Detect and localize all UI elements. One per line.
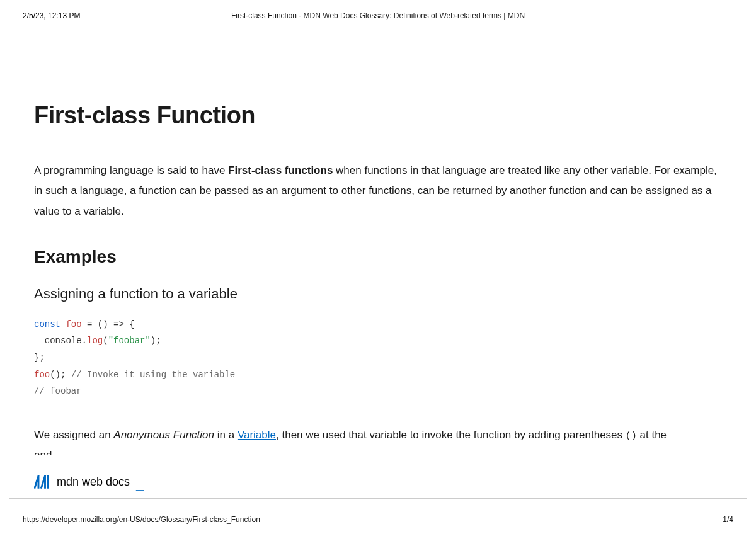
code-comment: // foobar	[34, 386, 82, 396]
body-text-span: , then we used that variable to invoke t…	[276, 429, 626, 441]
code-punct: };	[34, 353, 45, 363]
brand-text: mdn web docs	[57, 475, 130, 489]
print-footer: https://developer.mozilla.org/en-US/docs…	[23, 515, 733, 524]
print-title: First-class Function - MDN Web Docs Glos…	[231, 11, 525, 20]
body-text-span: in a	[214, 429, 238, 441]
body-italic-term: Anonymous Function	[113, 429, 214, 441]
mdn-brand: mdn web docs _	[34, 455, 144, 490]
code-string: "foobar"	[108, 336, 151, 346]
print-datetime: 2/5/23, 12:13 PM	[23, 11, 80, 20]
page-title: First-class Function	[34, 102, 722, 129]
examples-heading: Examples	[34, 247, 722, 267]
print-page-number: 1/4	[723, 515, 733, 524]
code-line: // foobar	[34, 383, 722, 400]
assigning-heading: Assigning a function to a variable	[34, 286, 722, 302]
inline-code: ()	[626, 431, 637, 441]
code-line: foo(); // Invoke it using the variable	[34, 366, 722, 383]
body-text-span: We assigned an	[34, 429, 113, 441]
intro-text-prefix: A programming language is said to have	[34, 164, 228, 176]
code-comment: // Invoke it using the variable	[71, 370, 235, 380]
code-line: console.log("foobar");	[34, 332, 722, 349]
code-punct: );	[151, 336, 161, 346]
code-line: const foo = () => {	[34, 316, 722, 333]
code-punct: console.	[34, 336, 87, 346]
code-punct: = () => {	[82, 319, 135, 329]
print-url: https://developer.mozilla.org/en-US/docs…	[23, 515, 260, 524]
intro-paragraph: A programming language is said to have F…	[34, 161, 722, 222]
content-area: First-class Function A programming langu…	[0, 102, 756, 462]
code-keyword: const	[34, 319, 60, 329]
intro-bold-term: First-class functions	[228, 164, 333, 176]
code-punct: (	[103, 336, 108, 346]
mdn-logo-icon	[34, 475, 52, 489]
variable-link[interactable]: Variable	[238, 429, 276, 441]
body-text-span: at the	[637, 429, 667, 441]
code-punct: ();	[50, 370, 71, 380]
code-identifier: foo	[34, 370, 50, 380]
code-method: log	[87, 336, 103, 346]
footer-rule	[9, 498, 747, 499]
code-block: const foo = () => { console.log("foobar"…	[34, 316, 722, 400]
brand-cursor: _	[136, 476, 144, 492]
code-identifier: foo	[60, 319, 82, 329]
code-line: };	[34, 349, 722, 366]
body-paragraph: We assigned an Anonymous Function in a V…	[34, 425, 722, 446]
